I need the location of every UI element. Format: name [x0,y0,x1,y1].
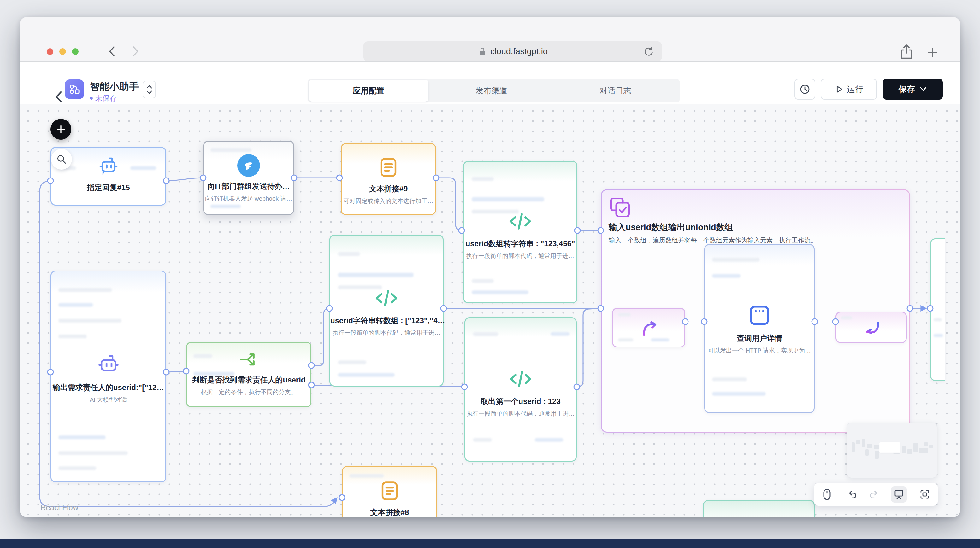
loop-start-arrow-icon [638,318,662,338]
chat-robot-icon [98,156,119,178]
app-title: 智能小助手 [90,80,139,93]
http-window-icon [746,302,772,329]
presentation-icon [893,488,905,500]
handle[interactable] [574,384,580,390]
undo-icon [847,488,859,500]
handle[interactable] [598,305,604,312]
save-status: 未保存 [90,93,117,103]
canvas-toolbar [814,483,938,506]
refresh-icon[interactable] [643,45,654,57]
mouse-mode-button[interactable] [819,486,835,503]
node-code-first-userid[interactable]: 取出第一个userid : 123 执行一段简单的脚本代码，通常用于进… [465,317,577,462]
code-icon [508,366,533,392]
toolbar-divider [912,489,912,500]
handle[interactable] [291,175,298,181]
search-icon [56,154,67,165]
browser-window: cloud.fastgpt.io 智能小助手 未保存 应用配置 发布渠道 对话日… [20,17,960,517]
node-loop-end[interactable] [835,311,907,343]
handle[interactable] [183,368,189,375]
undo-button[interactable] [845,486,861,503]
redo-icon [867,488,879,500]
search-node-button[interactable] [51,149,72,170]
save-button[interactable]: 保存 [883,79,943,100]
browser-forward-icon[interactable] [129,45,142,58]
handle[interactable] [336,175,343,181]
status-dot [90,97,93,100]
fit-view-icon [919,488,931,500]
chevron-down-icon [920,87,927,92]
node-code-string-to-array[interactable]: userid字符串转数组 : ["123","4… 执行一段简单的脚本代码，通常… [329,235,444,386]
history-button[interactable] [794,79,815,100]
text-doc-icon [378,479,401,503]
minimize-window-button[interactable] [59,48,66,55]
lock-icon [478,46,487,56]
dingtalk-icon [237,154,260,177]
reactflow-attribution: React Flow [40,503,78,512]
node-code-array-to-string[interactable]: userid数组转字符串 : "123,456" 执行一段简单的脚本代码，通常用… [463,161,578,303]
handle[interactable] [308,362,315,369]
address-bar[interactable]: cloud.fastgpt.io [363,41,662,62]
minimap[interactable] [847,423,937,478]
handle[interactable] [458,227,465,234]
handle[interactable] [163,369,170,375]
handle[interactable] [47,178,54,184]
presentation-mode-button[interactable] [891,486,907,503]
ai-robot-icon [97,353,121,378]
plus-icon [56,124,66,135]
app-switcher-button[interactable] [143,81,156,98]
mouse-icon [822,488,832,501]
text-doc-icon [377,156,400,179]
run-button[interactable]: 运行 [821,79,877,100]
toolbar-divider [886,489,886,500]
node-branch-judge[interactable]: 判断是否找到需求责任人的userid 根据一定的条件，执行不同的分支。 [186,342,312,407]
code-icon [374,285,399,311]
handle[interactable] [811,318,818,325]
url-text: cloud.fastgpt.io [490,47,548,56]
handle[interactable] [701,318,708,325]
handle[interactable] [339,494,345,501]
tab-publish-channel[interactable]: 发布渠道 [430,79,554,102]
handle[interactable] [907,305,913,312]
zoom-window-button[interactable] [72,48,79,55]
node-ai-chat[interactable]: 输出需求责任人的userid:"["12… AI 大模型对话 [51,270,166,483]
handle[interactable] [832,318,839,325]
workflow-canvas[interactable]: 输入userid数组输出unionid数组 输入一个数组，遍历数组并将每一个数组… [20,104,960,517]
node-partial-bottom[interactable] [703,500,815,517]
handle[interactable] [433,175,439,181]
handle[interactable] [682,318,689,325]
new-tab-icon[interactable] [926,46,939,59]
code-icon [508,208,533,234]
handle[interactable] [441,305,447,312]
fit-view-button[interactable] [917,486,933,503]
handle[interactable] [574,227,581,234]
node-text-concat-8[interactable]: 文本拼接#8 [342,466,437,517]
handle[interactable] [598,227,604,234]
back-icon[interactable] [53,89,65,104]
handle[interactable] [163,178,170,184]
node-dingtalk-webhook[interactable]: 向IT部门群组发送待办… 向钉钉机器人发起 webhook 请… [203,141,294,215]
handle[interactable] [927,305,934,312]
app-icon[interactable] [65,79,84,99]
node-http-request[interactable]: 查询用户详情 可以发出一个 HTTP 请求，实现更为… [704,244,815,413]
redo-button[interactable] [865,486,881,503]
handle[interactable] [308,382,315,388]
tab-app-config[interactable]: 应用配置 [309,80,428,102]
browser-back-icon[interactable] [106,45,119,58]
tab-chat-logs[interactable]: 对话日志 [554,79,678,102]
minimap-viewport[interactable] [880,442,900,453]
node-text-concat-9[interactable]: 文本拼接#9 可对固定或传入的文本进行加工… [341,143,436,215]
share-icon[interactable] [899,43,914,60]
handle[interactable] [326,305,333,312]
desktop-bottom-strip [0,540,980,548]
chevron-up-down-icon [145,83,153,96]
node-loop-start[interactable] [612,308,685,348]
app-header: 智能小助手 未保存 应用配置 发布渠道 对话日志 运行 保存 [20,62,960,104]
handle[interactable] [461,384,468,390]
close-window-button[interactable] [47,48,53,55]
loop-end-arrow-icon [861,319,884,338]
handle[interactable] [47,369,54,375]
add-node-button[interactable] [51,119,71,140]
clock-icon [799,84,811,95]
handle[interactable] [200,175,207,181]
branch-icon [239,348,259,370]
